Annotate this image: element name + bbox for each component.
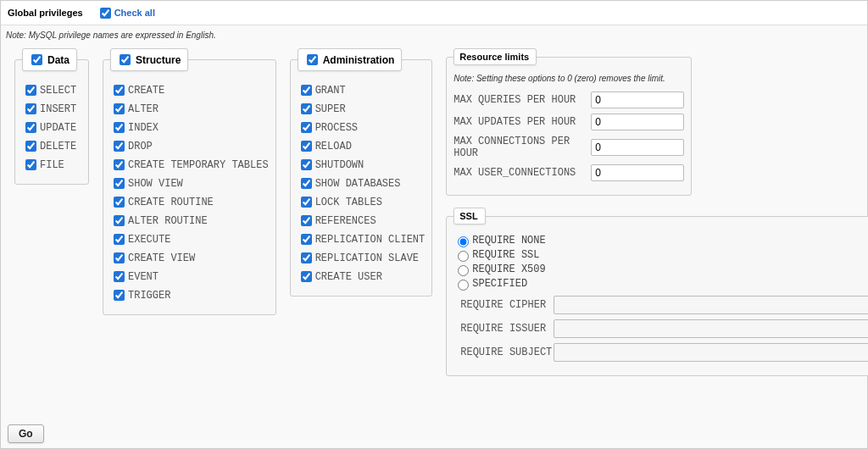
go-button[interactable]: Go — [8, 424, 44, 443]
privilege-label: EXECUTE — [128, 234, 170, 246]
privilege-item[interactable]: CREATE TEMPORARY TABLES — [110, 157, 269, 173]
privilege-checkbox[interactable] — [114, 141, 125, 152]
privilege-checkbox[interactable] — [114, 178, 125, 189]
administration-legend[interactable]: Administration — [298, 48, 403, 71]
privilege-item[interactable]: REPLICATION SLAVE — [298, 250, 426, 266]
privilege-item[interactable]: SUPER — [298, 101, 426, 117]
privilege-checkbox[interactable] — [114, 252, 125, 263]
privilege-item[interactable]: SELECT — [22, 82, 81, 98]
privilege-item[interactable]: INDEX — [110, 119, 269, 136]
administration-legend-label: Administration — [323, 54, 395, 66]
privilege-item[interactable]: SHOW DATABASES — [298, 175, 426, 191]
privilege-checkbox[interactable] — [301, 178, 312, 189]
privilege-checkbox[interactable] — [301, 159, 312, 170]
privilege-label: EVENT — [128, 271, 159, 283]
privilege-checkbox[interactable] — [114, 215, 125, 226]
privilege-item[interactable]: ALTER ROUTINE — [110, 213, 269, 229]
ssl-require-ssl-radio[interactable] — [458, 251, 469, 262]
privilege-checkbox[interactable] — [301, 215, 312, 226]
privilege-checkbox[interactable] — [114, 85, 125, 96]
privilege-checkbox[interactable] — [301, 122, 312, 133]
privilege-label: PROCESS — [315, 122, 358, 134]
check-all[interactable]: Check all — [97, 5, 155, 21]
ssl-specified[interactable]: SPECIFIED — [453, 277, 868, 291]
privilege-checkbox[interactable] — [114, 197, 125, 208]
privilege-checkbox[interactable] — [301, 252, 312, 263]
resource-limit-label: MAX QUERIES PER HOUR — [453, 94, 576, 106]
ssl-legend: SSL — [453, 208, 485, 224]
privilege-label: LOCK TABLES — [315, 197, 382, 208]
privilege-item[interactable]: RELOAD — [298, 138, 426, 154]
privilege-checkbox[interactable] — [301, 141, 312, 152]
privilege-label: DROP — [128, 141, 153, 152]
privilege-checkbox[interactable] — [114, 122, 125, 133]
ssl-spec-row: REQUIRE ISSUER — [460, 319, 868, 338]
privilege-item[interactable]: DELETE — [22, 138, 81, 154]
check-all-checkbox[interactable] — [100, 8, 111, 19]
privilege-item[interactable]: INSERT — [22, 101, 81, 117]
ssl-require-x509-radio[interactable] — [458, 265, 469, 276]
ssl-spec-input[interactable] — [554, 319, 868, 338]
privilege-checkbox[interactable] — [301, 271, 312, 282]
privilege-item[interactable]: ALTER — [110, 101, 269, 117]
check-all-label: Check all — [114, 8, 155, 18]
privilege-item[interactable]: DROP — [110, 138, 269, 154]
ssl-require-ssl-label: REQUIRE SSL — [472, 249, 539, 261]
ssl-require-none-label: REQUIRE NONE — [472, 235, 545, 247]
ssl-spec-input[interactable] — [554, 343, 868, 362]
privilege-checkbox[interactable] — [301, 85, 312, 96]
privilege-item[interactable]: EVENT — [110, 269, 269, 285]
privilege-item[interactable]: REPLICATION CLIENT — [298, 231, 426, 247]
privilege-item[interactable]: GRANT — [298, 82, 426, 98]
privilege-item[interactable]: CREATE USER — [298, 269, 426, 285]
ssl-require-none[interactable]: REQUIRE NONE — [453, 234, 868, 247]
ssl-spec-input[interactable] — [554, 296, 868, 314]
privilege-label: REPLICATION CLIENT — [315, 234, 426, 246]
ssl-require-ssl[interactable]: REQUIRE SSL — [453, 248, 868, 262]
administration-legend-checkbox[interactable] — [307, 54, 318, 65]
privilege-checkbox[interactable] — [301, 234, 312, 245]
resource-limit-input[interactable] — [591, 164, 684, 181]
structure-legend-checkbox[interactable] — [120, 54, 131, 65]
privilege-checkbox[interactable] — [114, 159, 125, 170]
privilege-item[interactable]: PROCESS — [298, 119, 426, 136]
structure-legend-label: Structure — [136, 54, 181, 66]
privilege-item[interactable]: REFERENCES — [298, 213, 426, 229]
privilege-checkbox[interactable] — [114, 271, 125, 282]
privilege-checkbox[interactable] — [114, 290, 125, 301]
administration-group: Administration GRANTSUPERPROCESSRELOADSH… — [290, 48, 433, 297]
privilege-label: RELOAD — [315, 141, 352, 152]
privilege-item[interactable]: CREATE — [110, 82, 269, 98]
privilege-checkbox[interactable] — [25, 122, 36, 133]
resource-limit-label: MAX UPDATES PER HOUR — [453, 116, 576, 128]
ssl-require-x509[interactable]: REQUIRE X509 — [453, 263, 868, 276]
privilege-label: SUPER — [315, 103, 346, 115]
structure-legend[interactable]: Structure — [110, 48, 188, 71]
privilege-item[interactable]: UPDATE — [22, 119, 81, 136]
privilege-item[interactable]: LOCK TABLES — [298, 194, 426, 210]
privilege-checkbox[interactable] — [25, 85, 36, 96]
privilege-item[interactable]: FILE — [22, 157, 81, 173]
privilege-checkbox[interactable] — [301, 197, 312, 208]
resource-limit-input[interactable] — [591, 139, 684, 156]
privilege-checkbox[interactable] — [25, 103, 36, 114]
data-legend-checkbox[interactable] — [31, 54, 42, 65]
privilege-item[interactable]: TRIGGER — [110, 287, 269, 303]
global-privileges-title: Global privileges — [8, 8, 83, 18]
resource-limit-input[interactable] — [591, 114, 684, 130]
privilege-item[interactable]: EXECUTE — [110, 231, 269, 247]
resource-limit-row: MAX USER_CONNECTIONS — [453, 164, 684, 181]
privilege-checkbox[interactable] — [25, 159, 36, 170]
privilege-item[interactable]: SHUTDOWN — [298, 157, 426, 173]
privilege-checkbox[interactable] — [114, 234, 125, 245]
resource-limit-input[interactable] — [591, 91, 684, 108]
privilege-checkbox[interactable] — [114, 103, 125, 114]
privilege-checkbox[interactable] — [301, 103, 312, 114]
privilege-checkbox[interactable] — [25, 141, 36, 152]
ssl-specified-radio[interactable] — [458, 280, 469, 291]
ssl-require-none-radio[interactable] — [458, 236, 469, 247]
privilege-item[interactable]: CREATE VIEW — [110, 250, 269, 266]
privilege-item[interactable]: SHOW VIEW — [110, 175, 269, 191]
data-legend[interactable]: Data — [22, 48, 77, 71]
privilege-item[interactable]: CREATE ROUTINE — [110, 194, 269, 210]
